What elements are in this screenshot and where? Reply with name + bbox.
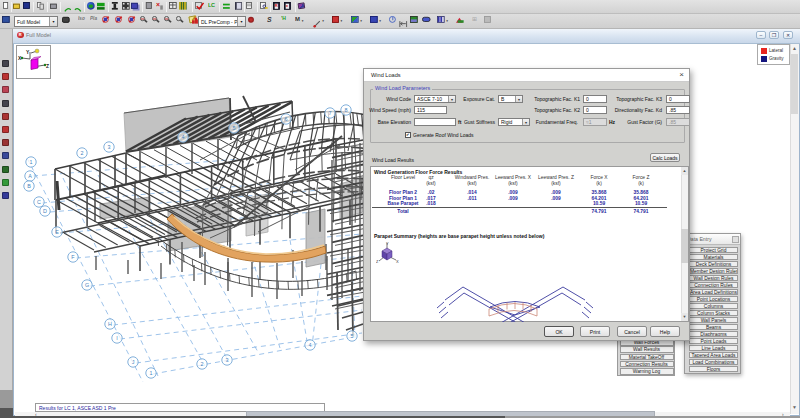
svg-text:J: J xyxy=(132,359,135,365)
svg-text:C: C xyxy=(37,199,41,205)
svg-text:3: 3 xyxy=(226,357,229,363)
svg-text:8: 8 xyxy=(345,107,348,113)
svg-text:I: I xyxy=(116,335,118,341)
svg-text:H: H xyxy=(108,321,112,327)
svg-text:2: 2 xyxy=(81,150,84,156)
svg-text:5: 5 xyxy=(351,333,354,339)
svg-text:D: D xyxy=(43,208,47,214)
svg-text:A: A xyxy=(28,173,32,179)
svg-text:Z: Z xyxy=(46,63,49,69)
svg-text:1: 1 xyxy=(30,159,33,165)
svg-text:1: 1 xyxy=(150,370,153,376)
svg-text:E: E xyxy=(55,229,59,235)
svg-text:G: G xyxy=(85,282,89,288)
svg-text:2: 2 xyxy=(201,361,204,367)
svg-text:Y: Y xyxy=(26,49,30,55)
svg-text:B: B xyxy=(27,183,31,189)
svg-text:6: 6 xyxy=(285,116,288,122)
svg-text:4: 4 xyxy=(309,342,312,348)
svg-text:4: 4 xyxy=(182,134,185,140)
svg-text:7: 7 xyxy=(329,110,332,116)
svg-text:5: 5 xyxy=(233,125,236,131)
svg-text:3: 3 xyxy=(108,144,111,150)
